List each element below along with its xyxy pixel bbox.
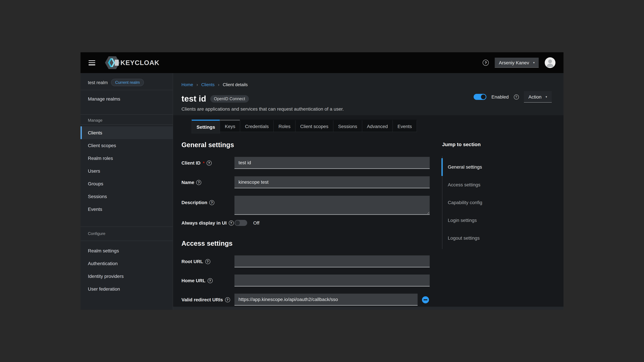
- access-settings-heading: Access settings: [182, 240, 232, 247]
- name-input[interactable]: [234, 176, 430, 188]
- tab-events[interactable]: Events: [392, 120, 417, 132]
- main-panel: Home › Clients › Client details test id …: [173, 73, 564, 310]
- label-text: Root URL: [182, 259, 203, 264]
- realm-selector[interactable]: test realm Current realm: [88, 76, 169, 88]
- brand-wordmark: KEYCLOAK: [120, 59, 159, 66]
- action-dropdown[interactable]: Action ▾: [524, 91, 552, 103]
- masthead: KEYCLOAK ? Arseniy Kanev ▾: [80, 52, 564, 73]
- sidebar-item-client-scopes[interactable]: Client scopes: [80, 139, 173, 152]
- chevron-down-icon: ▾: [533, 61, 535, 64]
- current-realm-badge: Current realm: [111, 79, 144, 86]
- name-label: Name ?: [182, 180, 234, 185]
- page-header: Home › Clients › Client details test id …: [173, 73, 564, 115]
- nav-group-configure: Realm settings Authentication Identity p…: [80, 244, 173, 295]
- divider: [80, 114, 173, 115]
- chevron-right-icon: ›: [196, 82, 198, 87]
- home-url-input[interactable]: [234, 275, 430, 287]
- breadcrumb-current: Client details: [223, 82, 248, 87]
- name-row: Name ?: [182, 176, 430, 188]
- breadcrumb: Home › Clients › Client details: [182, 82, 248, 87]
- client-id-row: Client ID * ?: [182, 157, 430, 169]
- label-text: Description: [182, 200, 207, 205]
- root-url-input[interactable]: [234, 255, 430, 268]
- sidebar-item-sessions[interactable]: Sessions: [80, 190, 173, 203]
- breadcrumb-home-link[interactable]: Home: [182, 82, 193, 87]
- valid-redirect-uris-label: Valid redirect URIs ?: [182, 297, 234, 302]
- divider: [80, 241, 173, 241]
- valid-redirect-uris-row: Valid redirect URIs ?: [182, 294, 430, 306]
- tab-roles[interactable]: Roles: [273, 120, 296, 132]
- help-question-icon[interactable]: ?: [196, 180, 201, 185]
- realm-name: test realm: [88, 80, 108, 85]
- label-text: Always display in UI: [182, 220, 226, 226]
- enabled-toggle[interactable]: [474, 94, 486, 100]
- help-question-icon[interactable]: ?: [228, 220, 234, 225]
- chevron-right-icon: ›: [218, 82, 220, 87]
- tab-keys[interactable]: Keys: [220, 120, 240, 132]
- root-url-row: Root URL ?: [182, 255, 430, 268]
- sidebar-item-manage-realms[interactable]: Manage realms: [80, 92, 173, 105]
- tab-sessions[interactable]: Sessions: [333, 120, 362, 132]
- help-question-icon[interactable]: ?: [225, 297, 230, 302]
- description-textarea[interactable]: [234, 196, 430, 215]
- title-row: test id OpenID Connect: [182, 94, 249, 104]
- jump-link-access-settings[interactable]: Access settings: [442, 176, 516, 194]
- nav-group-manage: Clients Client scopes Realm roles Users …: [80, 126, 173, 216]
- tab-client-scopes[interactable]: Client scopes: [295, 120, 334, 132]
- help-icon[interactable]: ?: [483, 60, 489, 66]
- header-controls: Enabled ? Action ▾: [474, 91, 552, 103]
- root-url-label: Root URL ?: [182, 259, 234, 264]
- divider: [80, 124, 173, 125]
- required-asterisk: *: [203, 160, 204, 165]
- keycloak-admin-window: KEYCLOAK ? Arseniy Kanev ▾ test realm Cu…: [80, 52, 564, 310]
- sidebar-item-realm-settings[interactable]: Realm settings: [80, 244, 173, 257]
- jump-link-logout-settings[interactable]: Logout settings: [442, 229, 516, 247]
- sidebar-item-user-federation[interactable]: User federation: [80, 283, 173, 295]
- valid-redirect-uri-input[interactable]: [234, 294, 418, 306]
- help-question-icon[interactable]: ?: [209, 200, 214, 205]
- sidebar-item-clients[interactable]: Clients: [80, 126, 173, 139]
- sidebar-item-groups[interactable]: Groups: [80, 177, 173, 190]
- label-text: Client ID: [182, 160, 200, 166]
- avatar[interactable]: [545, 57, 556, 68]
- hamburger-menu-icon[interactable]: [88, 60, 95, 65]
- toggle-knob: [235, 221, 240, 225]
- user-menu-dropdown[interactable]: Arseniy Kanev ▾: [495, 58, 539, 68]
- label-text: Home URL: [182, 278, 206, 283]
- sidebar-nav: test realm Current realm Manage realms M…: [80, 73, 173, 310]
- home-url-row: Home URL ?: [182, 275, 430, 287]
- always-display-toggle[interactable]: [234, 220, 247, 226]
- home-url-label: Home URL ?: [182, 278, 234, 283]
- tab-credentials[interactable]: Credentials: [240, 120, 274, 132]
- always-display-label: Always display in UI ?: [182, 220, 234, 226]
- chevron-down-icon: ▾: [546, 95, 547, 98]
- tab-content: Settings Keys Credentials Roles Client s…: [173, 115, 564, 310]
- person-icon: [545, 57, 556, 68]
- sidebar-item-identity-providers[interactable]: Identity providers: [80, 270, 173, 283]
- enabled-label: Enabled: [492, 94, 509, 99]
- breadcrumb-clients-link[interactable]: Clients: [201, 82, 215, 87]
- toggle-knob: [481, 94, 486, 99]
- sidebar-item-realm-roles[interactable]: Realm roles: [80, 152, 173, 165]
- minus-circle-icon[interactable]: [422, 296, 429, 303]
- tab-settings[interactable]: Settings: [192, 120, 220, 133]
- sidebar-item-users[interactable]: Users: [80, 165, 173, 177]
- page-subtitle: Clients are applications and services th…: [182, 106, 344, 112]
- jump-link-login-settings[interactable]: Login settings: [442, 212, 516, 229]
- help-question-icon[interactable]: ?: [208, 278, 212, 283]
- divider: [80, 227, 173, 227]
- help-question-icon[interactable]: ?: [514, 94, 519, 99]
- sidebar-item-authentication[interactable]: Authentication: [80, 257, 173, 270]
- client-id-input[interactable]: [234, 157, 430, 169]
- help-question-icon[interactable]: ?: [206, 160, 212, 165]
- masthead-right: ? Arseniy Kanev ▾: [483, 57, 556, 68]
- jump-link-capability-config[interactable]: Capability config: [442, 194, 516, 212]
- tab-advanced[interactable]: Advanced: [362, 120, 393, 132]
- help-question-icon[interactable]: ?: [205, 259, 210, 264]
- page-title: test id: [182, 94, 206, 104]
- label-text: Name: [182, 180, 194, 185]
- jump-link-general-settings[interactable]: General settings: [442, 158, 516, 176]
- description-label: Description ?: [182, 196, 234, 205]
- toggle-state-label: Off: [253, 220, 260, 226]
- sidebar-item-events[interactable]: Events: [80, 203, 173, 216]
